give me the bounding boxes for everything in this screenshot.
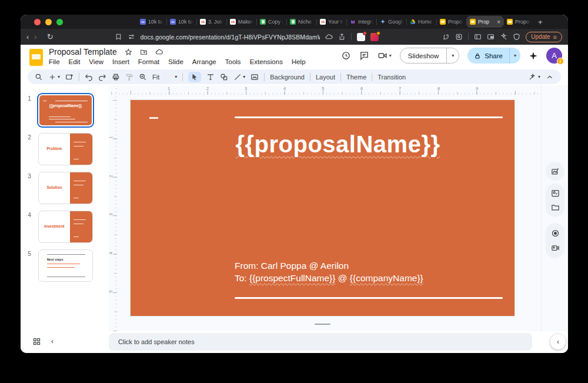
menu-insert[interactable]: Insert (112, 58, 129, 65)
avatar[interactable]: A! (546, 48, 562, 64)
menu-extensions[interactable]: Extensions (250, 58, 283, 65)
reload-button[interactable]: ↻ (47, 33, 54, 41)
site-settings-icon[interactable] (128, 33, 135, 41)
tab-maker[interactable]: Maker Sc (227, 16, 256, 28)
picture-in-picture-icon[interactable] (487, 33, 495, 41)
theme-button[interactable]: Theme (346, 74, 366, 81)
minimize-window-button[interactable] (45, 19, 52, 25)
cursor-spark-icon[interactable] (500, 33, 507, 41)
close-tab-icon[interactable]: × (497, 19, 500, 25)
speaker-notes-input[interactable]: Click to add speaker notes (109, 333, 532, 351)
share-dropdown[interactable]: ▾ (509, 48, 520, 64)
tab-niche[interactable]: Niche Di (287, 16, 316, 28)
menu-view[interactable]: View (89, 58, 103, 65)
forward-button[interactable]: › (34, 33, 36, 41)
slide-thumbnail-4[interactable]: Investment (38, 211, 93, 243)
collapse-toolbar-icon[interactable] (546, 73, 554, 81)
text-box-icon[interactable] (206, 73, 215, 81)
squirrel-extension-icon[interactable] (442, 33, 450, 41)
offline-status-icon[interactable] (325, 33, 333, 41)
tab-proposal-2[interactable]: Proposal (504, 16, 533, 28)
menu-format[interactable]: Format (138, 58, 159, 65)
slideshow-button[interactable]: Slideshow (400, 48, 446, 63)
slideshow-dropdown[interactable]: ▾ (446, 48, 459, 63)
pointer-mode-button[interactable]: ▾ (528, 73, 540, 81)
print-icon[interactable] (112, 73, 120, 81)
tab-join[interactable]: 3. Join 3 (197, 16, 226, 28)
background-button[interactable]: Background (270, 74, 305, 81)
slide-thumbnail-1[interactable]: {{proposalName}} (38, 94, 93, 126)
close-window-button[interactable] (34, 19, 41, 25)
tab-10k-2[interactable]: 10k to $1 (167, 16, 196, 28)
shapes-icon[interactable] (220, 73, 228, 81)
photos-icon[interactable] (551, 189, 560, 198)
slide-small-dash[interactable] (149, 117, 158, 119)
url-text[interactable]: docs.google.com/presentation/d/1gT-H8iVP… (141, 34, 320, 41)
menu-edit[interactable]: Edit (69, 58, 81, 65)
tab-proposal-1[interactable]: Proposal (437, 16, 466, 28)
image-spark-icon[interactable] (551, 167, 560, 176)
slide-thumbnail-3[interactable]: Solution (38, 172, 93, 204)
privacy-shield-icon[interactable] (513, 33, 520, 41)
new-slide-icon[interactable] (65, 73, 74, 81)
gemini-spark-icon[interactable] (529, 51, 538, 61)
undo-icon[interactable] (85, 73, 93, 81)
share-page-icon[interactable] (338, 33, 346, 41)
search-icon[interactable] (35, 73, 43, 81)
menu-file[interactable]: File (49, 58, 60, 65)
tab-google[interactable]: Google C (377, 16, 406, 28)
transition-button[interactable]: Transition (377, 74, 406, 81)
slide-thumbnail-5[interactable]: Next steps (38, 249, 93, 282)
extension-icon[interactable] (357, 33, 365, 41)
bookmark-icon[interactable] (115, 33, 122, 41)
redo-icon[interactable] (98, 73, 106, 81)
zoom-fit-select[interactable]: Fit▾ (152, 74, 177, 81)
tab-copy-of[interactable]: Copy of (257, 16, 286, 28)
share-button[interactable]: Share (467, 48, 509, 64)
extension-icon[interactable] (370, 33, 379, 41)
comments-icon[interactable] (359, 51, 369, 61)
paint-format-icon[interactable] (125, 73, 133, 81)
line-tool[interactable]: ▾ (233, 73, 245, 81)
slide-fromto-text[interactable]: From: Carl Poppa @ Aerilon To: {{prospec… (235, 259, 423, 284)
tab-10k-1[interactable]: 10k to $1 (137, 16, 166, 28)
meet-camera-icon[interactable] (377, 51, 387, 61)
version-history-icon[interactable] (341, 51, 351, 61)
menu-tools[interactable]: Tools (225, 58, 241, 65)
record-icon[interactable] (551, 229, 560, 238)
menu-help[interactable]: Help (292, 58, 306, 65)
slide-bottom-line[interactable] (235, 297, 503, 299)
select-tool[interactable] (188, 72, 201, 82)
back-button[interactable]: ‹ (26, 33, 29, 41)
grid-view-icon[interactable] (32, 337, 41, 346)
tab-proposal-active[interactable]: Prop× (467, 16, 503, 28)
cloud-status-icon[interactable] (155, 48, 163, 56)
tab-home-drive[interactable]: Home - G (407, 16, 436, 28)
collapse-filmstrip-icon[interactable]: ‹ (51, 337, 54, 345)
folder-icon[interactable] (551, 203, 560, 212)
video-record-icon[interactable] (551, 244, 560, 252)
move-to-folder-icon[interactable] (140, 48, 148, 56)
add-button[interactable]: ▾ (48, 73, 60, 81)
sidebar-toggle-icon[interactable] (474, 33, 482, 41)
layout-button[interactable]: Layout (316, 74, 335, 81)
chevron-down-icon[interactable]: ▾ (389, 53, 392, 58)
insert-image-icon[interactable] (250, 73, 259, 81)
menu-slide[interactable]: Slide (168, 58, 183, 65)
tab-your-thir[interactable]: Your thir (317, 16, 346, 28)
slide-top-line[interactable] (235, 116, 503, 118)
notes-resize-handle[interactable] (315, 324, 330, 325)
star-icon[interactable] (125, 48, 132, 56)
search-tabs-icon[interactable] (455, 33, 463, 41)
slides-logo-icon[interactable] (29, 49, 43, 66)
menu-arrange[interactable]: Arrange (192, 58, 216, 65)
tab-integration[interactable]: Integratio (347, 16, 376, 28)
slide-title-text[interactable]: {{proposalName}} (166, 131, 510, 158)
slide-thumbnail-2[interactable]: Problem (38, 133, 93, 165)
new-tab-button[interactable]: + (538, 18, 543, 26)
update-button[interactable]: Update≡ (526, 32, 562, 42)
document-title[interactable]: Proposal Template (49, 47, 117, 56)
slide-editor-surface[interactable]: {{proposalName}} From: Carl Poppa @ Aeri… (131, 100, 514, 316)
expand-panel-button[interactable]: ‹ (550, 334, 566, 349)
zoom-icon[interactable] (139, 73, 147, 81)
